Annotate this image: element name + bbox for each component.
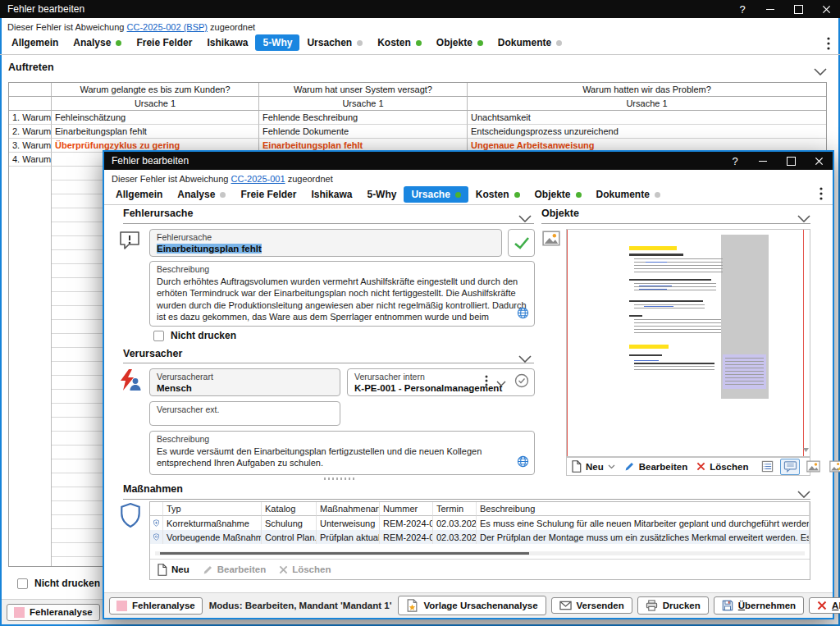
resize-grip[interactable] xyxy=(324,477,357,480)
table-cell[interactable]: Einarbeitungsplan fehlt xyxy=(52,125,259,139)
minimize-icon[interactable] xyxy=(749,152,777,170)
chevron-down-icon xyxy=(608,464,615,469)
help-icon[interactable]: ? xyxy=(728,0,756,18)
image-view-icon[interactable] xyxy=(803,459,823,475)
scrollbar-thumb[interactable] xyxy=(160,552,529,555)
chevron-down-icon[interactable] xyxy=(496,375,506,390)
more-menu-icon[interactable] xyxy=(819,187,823,203)
doc-highlight-yellow xyxy=(629,246,677,250)
table-cell[interactable]: REM-2024-0... xyxy=(380,530,433,544)
table-cell[interactable]: 02.03.2025 xyxy=(433,530,477,544)
row-label: 3. Warum xyxy=(9,139,52,153)
loeschen-button[interactable]: Löschen xyxy=(279,564,331,574)
verursacher-ext-field[interactable]: Verursacher ext. xyxy=(149,401,340,426)
table-cell[interactable]: Fehlende Beschreibung xyxy=(259,111,468,125)
chevron-down-icon[interactable] xyxy=(814,64,827,79)
close-icon[interactable] xyxy=(805,152,833,170)
pencil-icon xyxy=(624,461,635,472)
fehlerursache-beschreibung-textarea[interactable]: Beschreibung Durch erhöhtes Auftragsvolu… xyxy=(149,261,535,327)
checkbox[interactable] xyxy=(17,578,28,589)
table-cell[interactable]: Control Plan... xyxy=(262,530,317,544)
more-menu-icon[interactable] xyxy=(485,375,488,390)
tab-allgemein[interactable]: Allgemein xyxy=(4,34,66,51)
table-cell[interactable]: Korrekturmaßnahme xyxy=(163,516,262,530)
drucken-button[interactable]: Drucken xyxy=(637,596,709,615)
fehlerursache-input[interactable]: Fehlerursache Einarbeitungsplan fehlt xyxy=(149,229,502,257)
comment-view-icon[interactable] xyxy=(780,459,800,475)
confirm-button[interactable] xyxy=(508,229,535,257)
tab-ursache[interactable]: Ursache xyxy=(404,186,468,203)
table-cell[interactable]: Der Prüfplan der Montage muss um ein zus… xyxy=(477,530,810,544)
circle-check-icon[interactable] xyxy=(514,373,529,391)
status-badge[interactable]: Fehleranalyse xyxy=(7,604,100,621)
tab-ishikawa[interactable]: Ishikawa xyxy=(199,34,255,51)
dialog-assignment-text: Dieser Fehler ist Abweichung CC-2025-001… xyxy=(112,174,333,184)
loeschen-button[interactable]: Löschen xyxy=(696,462,748,472)
table-cell[interactable]: Entscheidungsprozess unzureichend xyxy=(468,125,826,139)
tab-kosten[interactable]: Kosten xyxy=(370,34,429,51)
tab-dokumente[interactable]: Dokumente xyxy=(491,34,569,51)
tab-freie-felder[interactable]: Freie Felder xyxy=(129,34,199,51)
minimize-icon[interactable] xyxy=(756,0,784,18)
list-view-icon[interactable] xyxy=(757,459,777,475)
tab-kosten[interactable]: Kosten xyxy=(468,186,527,203)
bearbeiten-button[interactable]: Bearbeiten xyxy=(624,461,687,472)
bg-assignment-text: Dieser Fehler ist Abweichung CC-2025-002… xyxy=(7,22,255,32)
shield-dot-icon xyxy=(150,530,163,544)
neu-button[interactable]: Neu xyxy=(571,460,615,473)
verursacher-intern-field[interactable]: Verursacher intern K-PE-001 - Personalma… xyxy=(347,368,535,396)
tab-allgemein[interactable]: Allgemein xyxy=(108,186,170,203)
verursacher-beschreibung-textarea[interactable]: Beschreibung Es wurde versäumt den Einar… xyxy=(149,431,535,475)
horizontal-scrollbar[interactable] xyxy=(155,551,805,555)
verursacherart-field[interactable]: Verursacherart Mensch xyxy=(149,368,340,396)
deviation-link[interactable]: CC-2025-001 xyxy=(231,174,285,184)
tab-objekte[interactable]: Objekte xyxy=(527,186,589,203)
tab-5why[interactable]: 5-Why xyxy=(359,186,404,203)
row-label: 2. Warum xyxy=(9,125,52,139)
x-icon xyxy=(817,601,827,610)
maximize-icon[interactable] xyxy=(784,0,812,18)
tab-objekte[interactable]: Objekte xyxy=(429,34,491,51)
table-cell[interactable]: Unterweisung xyxy=(317,516,380,530)
deviation-link[interactable]: CC-2025-002 (BSP) xyxy=(127,22,208,32)
comment-exclamation-icon xyxy=(119,231,140,254)
checkbox[interactable] xyxy=(153,331,164,341)
neu-button[interactable]: Neu xyxy=(157,564,189,576)
table-cell[interactable]: Fehlende Dokumente xyxy=(259,125,468,139)
table-cell[interactable]: Schulung xyxy=(262,516,317,530)
dialog-tab-bar: Allgemein Analyse Freie Felder Ishikawa … xyxy=(108,185,668,203)
bearbeiten-button[interactable]: Bearbeiten xyxy=(203,564,266,575)
preview-border xyxy=(803,230,804,456)
versenden-button[interactable]: Versenden xyxy=(551,597,632,614)
tab-5why[interactable]: 5-Why xyxy=(255,34,299,51)
table-cell[interactable]: Prüfplan aktual... xyxy=(317,530,380,544)
tab-analyse[interactable]: Analyse xyxy=(170,186,233,203)
image-edit-icon[interactable] xyxy=(826,459,840,475)
close-icon[interactable] xyxy=(812,0,840,18)
table-cell[interactable]: 02.03.2025 xyxy=(433,516,477,530)
tab-analyse[interactable]: Analyse xyxy=(66,34,129,51)
chevron-down-icon[interactable] xyxy=(518,351,532,366)
status-dot xyxy=(116,40,121,46)
vorlage-ursachenanalyse-button[interactable]: Vorlage Ursachenanalyse xyxy=(398,596,546,615)
table-cell[interactable]: Es muss eine Schulung für alle neuen Mit… xyxy=(477,516,810,530)
help-icon[interactable]: ? xyxy=(721,152,749,170)
table-cell[interactable]: REM-2024-0... xyxy=(380,516,433,530)
table-cell[interactable]: Fehleinschätzung xyxy=(52,111,259,125)
table-cell[interactable]: Vorbeugende Maßnahme xyxy=(163,530,262,544)
tab-freie-felder[interactable]: Freie Felder xyxy=(233,186,304,203)
globe-icon[interactable] xyxy=(517,455,529,471)
document-preview[interactable] xyxy=(566,229,810,457)
table-header-cell: Termin xyxy=(433,502,477,516)
more-menu-icon[interactable] xyxy=(827,37,830,53)
tab-ursachen[interactable]: Ursachen xyxy=(299,34,370,51)
maximize-icon[interactable] xyxy=(777,152,805,170)
status-badge[interactable]: Fehleranalyse xyxy=(109,597,203,615)
tab-dokumente[interactable]: Dokumente xyxy=(589,186,668,203)
abbrechen-button[interactable]: Abbrechen xyxy=(809,597,840,614)
table-cell[interactable]: Unachtsamkeit xyxy=(468,111,826,125)
scroll-down-icon[interactable] xyxy=(803,441,809,455)
globe-icon[interactable] xyxy=(517,307,529,322)
tab-ishikawa[interactable]: Ishikawa xyxy=(304,186,359,203)
uebernehmen-button[interactable]: Übernehmen xyxy=(714,596,804,615)
